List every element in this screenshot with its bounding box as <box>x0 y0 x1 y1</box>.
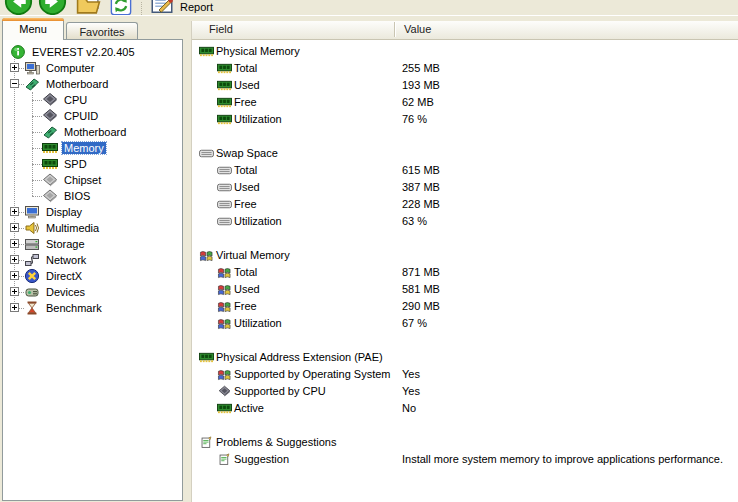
info-panel: Field Value Physical Memory Total 255 MB… <box>191 21 738 502</box>
list-row[interactable]: Total 255 MB <box>192 60 738 77</box>
list-row[interactable]: Free 228 MB <box>192 196 738 213</box>
column-header-value[interactable]: Value <box>404 23 431 35</box>
list-row[interactable]: Total 871 MB <box>192 264 738 281</box>
toolbar: Report <box>0 0 738 16</box>
field-value: 228 MB <box>402 198 440 210</box>
field-label: Total <box>234 164 257 176</box>
field-label: Used <box>234 283 260 295</box>
field-value: Yes <box>402 385 420 397</box>
expand-plus-icon[interactable] <box>10 303 19 312</box>
list-row[interactable]: Active No <box>192 400 738 417</box>
field-label: Total <box>234 266 257 278</box>
expand-plus-icon[interactable] <box>10 223 19 232</box>
list-row[interactable]: Used 193 MB <box>192 77 738 94</box>
list-row[interactable]: Supported by CPU Yes <box>192 383 738 400</box>
toolbar-separator <box>141 2 142 15</box>
back-button[interactable] <box>4 0 33 16</box>
tree-item-devices[interactable]: Devices <box>3 284 182 300</box>
field-label: Supported by CPU <box>234 385 326 397</box>
field-label: Utilization <box>234 215 282 227</box>
section-row-physical-memory[interactable]: Physical Memory <box>192 43 738 60</box>
column-header-label: Value <box>404 23 431 35</box>
list-row[interactable]: Used 581 MB <box>192 281 738 298</box>
tree-item-label: SPD <box>62 158 89 170</box>
note-icon <box>217 453 232 466</box>
tree-item-computer[interactable]: Computer <box>3 60 182 76</box>
tree-item-network[interactable]: Network <box>3 252 182 268</box>
tree-item-bios[interactable]: BIOS <box>3 188 182 204</box>
column-divider[interactable] <box>394 22 396 37</box>
tree-item-motherboard-child[interactable]: Motherboard <box>3 124 182 140</box>
section-gap <box>192 230 738 247</box>
tab-menu[interactable]: Menu <box>2 18 64 40</box>
tree-item-spd[interactable]: SPD <box>3 156 182 172</box>
list-row[interactable]: Free 62 MB <box>192 94 738 111</box>
tab-favorites[interactable]: Favorites <box>66 22 138 40</box>
column-header-label: Field <box>209 23 233 35</box>
tree-item-motherboard[interactable]: Motherboard <box>3 76 182 92</box>
column-header-field[interactable]: Field <box>209 23 233 35</box>
tree-item-display[interactable]: Display <box>3 204 182 220</box>
windows-flag-icon <box>217 300 232 313</box>
tree-item-multimedia[interactable]: Multimedia <box>3 220 182 236</box>
list-row[interactable]: Free 290 MB <box>192 298 738 315</box>
motherboard-icon <box>42 124 58 140</box>
expand-plus-icon[interactable] <box>10 271 19 280</box>
expand-plus-icon[interactable] <box>10 255 19 264</box>
chip-icon <box>42 188 58 204</box>
report-button[interactable]: Report <box>180 1 213 13</box>
tree-item-benchmark[interactable]: Benchmark <box>3 300 182 316</box>
tree-item-memory-selected[interactable]: Memory <box>3 140 182 156</box>
network-icon <box>24 252 40 268</box>
expand-plus-icon[interactable] <box>10 63 19 72</box>
refresh-button[interactable] <box>110 0 132 16</box>
tree-item-storage[interactable]: Storage <box>3 236 182 252</box>
section-row-virtual-memory[interactable]: Virtual Memory <box>192 247 738 264</box>
forward-button[interactable] <box>38 0 67 16</box>
chip-icon <box>42 172 58 188</box>
list-row[interactable]: Utilization 76 % <box>192 111 738 128</box>
expand-plus-icon[interactable] <box>10 287 19 296</box>
list-row[interactable]: Suggestion Install more system memory to… <box>192 451 738 468</box>
ram-icon <box>199 45 214 58</box>
field-value: 387 MB <box>402 181 440 193</box>
tree-item-directx[interactable]: DirectX <box>3 268 182 284</box>
field-label: Total <box>234 62 257 74</box>
cpu-icon <box>42 108 58 124</box>
cpu-icon <box>217 385 232 398</box>
tree-item-cpu[interactable]: CPU <box>3 92 182 108</box>
tree-item-cpuid[interactable]: CPUID <box>3 108 182 124</box>
menu-tree: EVEREST v2.20.405 Computer Motherboard C… <box>2 39 183 501</box>
field-label: Free <box>234 198 257 210</box>
tree-item-chipset[interactable]: Chipset <box>3 172 182 188</box>
section-row-problems-suggestions[interactable]: Problems & Suggestions <box>192 434 738 451</box>
tree-item-label: BIOS <box>62 190 92 202</box>
folder-button[interactable] <box>76 0 101 16</box>
field-value: 67 % <box>402 317 427 329</box>
tree-item-label: Display <box>44 206 84 218</box>
collapse-minus-icon[interactable] <box>10 79 19 88</box>
list-row[interactable]: Utilization 67 % <box>192 315 738 332</box>
list-row[interactable]: Used 387 MB <box>192 179 738 196</box>
expand-plus-icon[interactable] <box>10 207 19 216</box>
tree-item-label: Motherboard <box>62 126 128 138</box>
expand-plus-icon[interactable] <box>10 239 19 248</box>
field-value: 193 MB <box>402 79 440 91</box>
report-icon[interactable] <box>150 0 174 16</box>
tree-item-label: Motherboard <box>44 78 110 90</box>
list-row[interactable]: Supported by Operating System Yes <box>192 366 738 383</box>
ram-icon <box>217 402 232 415</box>
directx-icon <box>24 268 40 284</box>
section-title: Swap Space <box>216 147 278 159</box>
list-row[interactable]: Total 615 MB <box>192 162 738 179</box>
field-label: Used <box>234 181 260 193</box>
tree-item-label: Benchmark <box>44 302 104 314</box>
field-value: 581 MB <box>402 283 440 295</box>
list-row[interactable]: Utilization 63 % <box>192 213 738 230</box>
tree-item-everest[interactable]: EVEREST v2.20.405 <box>3 44 182 60</box>
tree-item-label: Computer <box>44 62 96 74</box>
section-row-swap-space[interactable]: Swap Space <box>192 145 738 162</box>
section-row-pae[interactable]: Physical Address Extension (PAE) <box>192 349 738 366</box>
tree-item-label: Devices <box>44 286 87 298</box>
computer-icon <box>24 60 40 76</box>
